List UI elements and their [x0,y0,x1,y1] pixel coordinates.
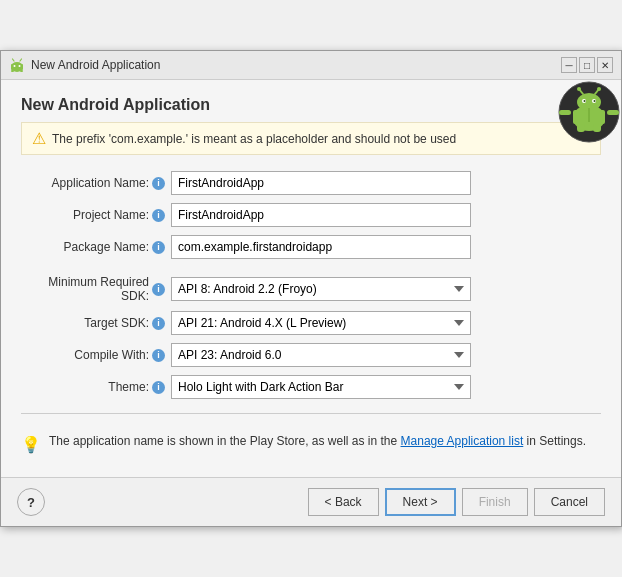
compile-with-label: Compile With: i [21,348,171,362]
back-button[interactable]: < Back [308,488,379,516]
cancel-button[interactable]: Cancel [534,488,605,516]
application-name-row: Application Name: i [21,171,601,195]
theme-info-icon[interactable]: i [152,381,165,394]
finish-button[interactable]: Finish [462,488,528,516]
svg-rect-7 [20,70,23,72]
svg-point-3 [19,65,21,67]
svg-point-18 [577,87,581,91]
title-bar-controls: ─ □ ✕ [561,57,613,73]
min-sdk-info-icon[interactable]: i [152,283,165,296]
svg-point-2 [14,65,16,67]
svg-rect-6 [11,70,14,72]
package-name-input[interactable] [171,235,471,259]
package-name-row: Package Name: i [21,235,601,259]
help-button[interactable]: ? [17,488,45,516]
maximize-button[interactable]: □ [579,57,595,73]
title-bar-left: New Android Application [9,57,160,73]
next-button[interactable]: Next > [385,488,456,516]
button-bar: ? < Back Next > Finish Cancel [1,477,621,526]
android-logo [557,80,621,144]
svg-rect-20 [559,110,571,115]
min-sdk-row: Minimum Required SDK: i API 8: Android 2… [21,275,601,303]
info-text: The application name is shown in the Pla… [49,432,586,450]
form-section: Application Name: i Project Name: i Pack… [21,171,601,259]
project-name-input[interactable] [171,203,471,227]
svg-rect-22 [577,124,585,132]
title-bar: New Android Application ─ □ ✕ [1,51,621,80]
title-bar-text: New Android Application [31,58,160,72]
application-name-label: Application Name: i [21,176,171,190]
android-mini-icon [9,57,25,73]
dialog-content: New Android Application ⚠ The prefix 'co… [1,80,621,477]
lightbulb-icon: 💡 [21,433,41,457]
project-name-label: Project Name: i [21,208,171,222]
compile-with-row: Compile With: i API 23: Android 6.0API 2… [21,343,601,367]
warning-icon: ⚠ [32,129,46,148]
application-name-input[interactable] [171,171,471,195]
compile-with-select[interactable]: API 23: Android 6.0API 22: Android 5.1AP… [171,343,471,367]
sdk-section: Minimum Required SDK: i API 8: Android 2… [21,275,601,399]
min-sdk-select[interactable]: API 8: Android 2.2 (Froyo)API 14: Androi… [171,277,471,301]
theme-row: Theme: i Holo Light with Dark Action Bar… [21,375,601,399]
close-button[interactable]: ✕ [597,57,613,73]
info-section: 💡 The application name is shown in the P… [21,428,601,465]
target-sdk-info-icon[interactable]: i [152,317,165,330]
svg-point-15 [594,100,596,102]
svg-rect-21 [607,110,619,115]
page-title: New Android Application [21,96,601,114]
target-sdk-select[interactable]: API 21: Android 4.X (L Preview)API 22: A… [171,311,471,335]
svg-line-4 [13,59,15,61]
warning-box: ⚠ The prefix 'com.example.' is meant as … [21,122,601,155]
svg-point-14 [584,100,586,102]
application-name-info-icon[interactable]: i [152,177,165,190]
theme-select[interactable]: Holo Light with Dark Action BarHolo Dark… [171,375,471,399]
min-sdk-label: Minimum Required SDK: i [21,275,171,303]
target-sdk-label: Target SDK: i [21,316,171,330]
button-bar-right: < Back Next > Finish Cancel [308,488,605,516]
divider [21,413,601,414]
svg-rect-1 [11,64,23,70]
package-name-label: Package Name: i [21,240,171,254]
theme-label: Theme: i [21,380,171,394]
manage-app-link[interactable]: Manage Application list [401,434,524,448]
svg-line-5 [20,59,22,61]
package-name-info-icon[interactable]: i [152,241,165,254]
main-window: New Android Application ─ □ ✕ [0,50,622,527]
svg-point-19 [597,87,601,91]
project-name-info-icon[interactable]: i [152,209,165,222]
minimize-button[interactable]: ─ [561,57,577,73]
svg-rect-23 [593,124,601,132]
project-name-row: Project Name: i [21,203,601,227]
compile-with-info-icon[interactable]: i [152,349,165,362]
target-sdk-row: Target SDK: i API 21: Android 4.X (L Pre… [21,311,601,335]
warning-text: The prefix 'com.example.' is meant as a … [52,132,456,146]
